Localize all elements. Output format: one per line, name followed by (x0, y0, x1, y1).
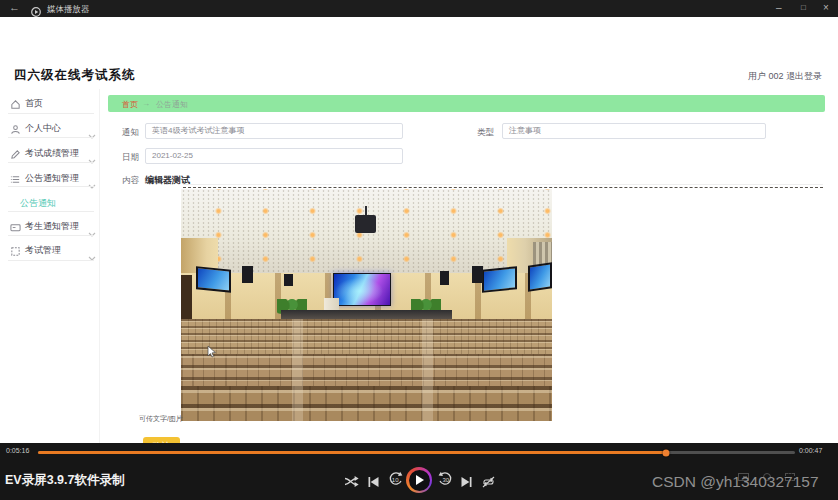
sidebar: 首页 个人中心 考试成绩管理 (0, 89, 100, 443)
close-button[interactable]: × (823, 2, 829, 13)
home-icon (10, 96, 21, 114)
sidebar-item-announcement-management[interactable]: 公告通知管理 (0, 170, 100, 186)
divider (8, 137, 94, 138)
chevron-down-icon (88, 150, 96, 168)
photo-aisle (422, 319, 433, 421)
progress-handle[interactable] (663, 449, 670, 456)
sidebar-label: 考生通知管理 (25, 220, 79, 233)
type-value: 注意事项 (503, 124, 765, 138)
sidebar-item-exam-management[interactable]: 考试管理 (0, 242, 100, 258)
play-button[interactable] (406, 467, 432, 493)
svg-text:10: 10 (392, 477, 399, 483)
remaining-time: 0:00:47 (799, 447, 822, 454)
photo-seats-near (181, 386, 552, 421)
photo-speaker (284, 274, 293, 287)
box-icon (10, 243, 21, 261)
notice-label: 通知 (122, 127, 139, 139)
sidebar-item-score-management[interactable]: 考试成绩管理 (0, 145, 100, 161)
photo-tv-left (196, 266, 231, 293)
sidebar-label: 公告通知 (20, 197, 56, 210)
notice-input[interactable]: 英语4级考试考试注意事项 (145, 123, 403, 139)
progress-fill (38, 451, 666, 454)
back-icon[interactable]: ← (9, 1, 20, 13)
breadcrumb-current: 公告通知 (156, 99, 188, 110)
sidebar-label: 个人中心 (25, 122, 61, 135)
photo-tv-far-right (528, 263, 552, 292)
photo-speaker (472, 266, 483, 283)
photo-speaker (440, 271, 449, 285)
minimize-button[interactable]: – (776, 2, 782, 13)
photo-seats-far (181, 319, 552, 354)
page-title: 四六级在线考试系统 (14, 67, 136, 84)
type-label: 类型 (477, 127, 494, 139)
divider (8, 113, 94, 114)
csdn-watermark: CSDN @yh1340327157 (652, 473, 819, 491)
photo-led-screen (333, 273, 391, 307)
divider (8, 162, 94, 163)
logout-link[interactable]: 退出登录 (786, 70, 822, 83)
previous-icon[interactable] (367, 474, 380, 492)
photo-aisle (292, 319, 303, 421)
breadcrumb: 首页 → 公告通知 (108, 95, 825, 112)
play-icon (409, 470, 430, 491)
player-bar: 0:05:16 0:00:47 EV录屏3.9.7软件录制 10 (0, 443, 838, 500)
svg-text:30: 30 (442, 477, 449, 483)
mouse-cursor (207, 344, 217, 357)
notice-value: 英语4级考试考试注意事项 (146, 124, 402, 138)
progress-bar[interactable] (38, 451, 795, 454)
sidebar-label: 公告通知管理 (25, 172, 79, 185)
divider (8, 260, 94, 261)
photo-door (181, 275, 192, 324)
sidebar-item-examinee-notice-management[interactable]: 考生通知管理 (0, 218, 100, 234)
chevron-down-icon (88, 247, 96, 265)
photo-projector (355, 215, 375, 234)
breadcrumb-home-link[interactable]: 首页 (122, 99, 138, 110)
window-titlebar: ← 媒体播放器 – □ × (0, 0, 838, 17)
chevron-down-icon (88, 125, 96, 143)
shuffle-icon[interactable] (344, 474, 359, 492)
divider (8, 235, 94, 236)
video-frame[interactable]: 四六级在线考试系统 用户 002 退出登录 首页 个人中心 (0, 17, 838, 443)
chevron-down-icon (88, 223, 96, 241)
divider (8, 186, 94, 187)
photo-tv-right (482, 266, 517, 293)
date-value: 2021-02-25 (146, 149, 402, 163)
sidebar-label: 考试管理 (25, 244, 61, 257)
sidebar-label: 考试成绩管理 (25, 147, 79, 160)
date-input[interactable]: 2021-02-25 (145, 148, 403, 164)
forward-30-icon[interactable]: 30 (437, 471, 454, 491)
photo-speaker (242, 266, 253, 283)
editor-selection-outline (183, 187, 823, 188)
next-icon[interactable] (460, 474, 473, 492)
photo-seats-mid (181, 354, 552, 386)
chevron-down-icon (88, 175, 96, 193)
date-label: 日期 (122, 152, 139, 164)
content-value: 编辑器测试 (145, 174, 190, 187)
media-player-window: ← 媒体播放器 – □ × 四六级在线考试系统 用户 002 退出登录 首页 个… (0, 0, 838, 500)
divider (8, 211, 94, 212)
maximize-button[interactable]: □ (801, 3, 806, 12)
upload-hint: 可传文字/图片 (139, 414, 183, 424)
type-input[interactable]: 注意事项 (502, 123, 766, 139)
photo-stage (281, 310, 452, 319)
window-title: 媒体播放器 (47, 4, 90, 16)
recorder-watermark: EV录屏3.9.7软件录制 (5, 472, 124, 489)
repeat-off-icon[interactable] (481, 474, 496, 492)
rewind-10-icon[interactable]: 10 (387, 471, 404, 491)
sidebar-label: 首页 (25, 97, 43, 110)
breadcrumb-arrow-icon: → (142, 99, 150, 108)
sidebar-item-announcement-notice-active[interactable]: 公告通知 (20, 195, 100, 209)
sidebar-item-personal-center[interactable]: 个人中心 (0, 120, 100, 136)
divider (183, 184, 823, 185)
sidebar-item-home[interactable]: 首页 (0, 95, 100, 111)
auditorium-photo (181, 189, 552, 421)
content-label: 内容 (122, 175, 139, 187)
user-label: 用户 002 (748, 70, 784, 83)
elapsed-time: 0:05:16 (6, 447, 29, 454)
